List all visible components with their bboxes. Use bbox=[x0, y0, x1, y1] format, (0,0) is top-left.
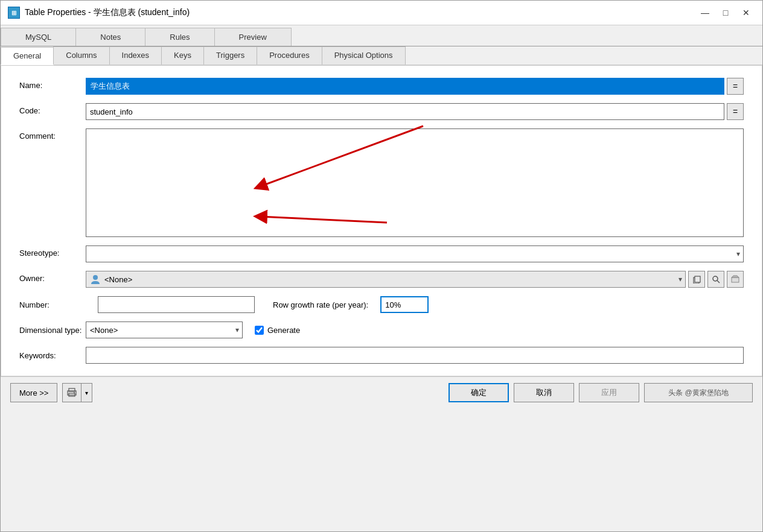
title-bar: ⊞ Table Properties - 学生信息表 (student_info… bbox=[1, 1, 762, 25]
print-button[interactable] bbox=[62, 383, 81, 402]
code-eq-button[interactable]: = bbox=[727, 103, 744, 120]
generate-checkbox[interactable] bbox=[255, 326, 264, 335]
stereotype-select-wrap: ▾ bbox=[86, 245, 744, 262]
print-button-group: ▾ bbox=[62, 383, 92, 402]
keywords-row: Keywords: bbox=[19, 347, 744, 364]
content-wrapper: Name: = Code: = Comment: bbox=[1, 66, 762, 376]
generate-label: Generate bbox=[267, 326, 300, 335]
comment-control bbox=[86, 128, 744, 237]
svg-point-3 bbox=[713, 276, 718, 281]
window-title: Table Properties - 学生信息表 (student_info) bbox=[25, 7, 190, 18]
title-controls: — □ ✕ bbox=[696, 5, 755, 20]
bottom-tab-row: General Columns Indexes Keys Triggers Pr… bbox=[1, 46, 762, 66]
keywords-input[interactable] bbox=[86, 347, 744, 364]
tab-columns[interactable]: Columns bbox=[53, 46, 109, 65]
code-row: Code: = bbox=[19, 103, 744, 120]
svg-rect-5 bbox=[732, 277, 739, 282]
name-input[interactable] bbox=[86, 78, 724, 95]
stereotype-row: Stereotype: ▾ bbox=[19, 245, 744, 262]
title-bar-left: ⊞ Table Properties - 学生信息表 (student_info… bbox=[8, 7, 190, 19]
bottom-bar: More >> ▾ 确定 取消 应用 头条 @黄家堡陷地 bbox=[1, 376, 762, 408]
name-eq-button[interactable]: = bbox=[727, 78, 744, 95]
copy-icon bbox=[692, 275, 701, 283]
owner-search-button[interactable] bbox=[707, 271, 724, 288]
svg-rect-2 bbox=[695, 276, 700, 282]
minimize-button[interactable]: — bbox=[696, 5, 714, 20]
clear-icon bbox=[731, 275, 739, 283]
svg-marker-6 bbox=[732, 276, 739, 277]
user-icon bbox=[90, 274, 101, 285]
comment-label: Comment: bbox=[19, 128, 86, 141]
cancel-button[interactable]: 取消 bbox=[514, 383, 574, 402]
print-icon bbox=[67, 388, 77, 397]
tab-procedures[interactable]: Procedures bbox=[257, 46, 322, 65]
comment-textarea[interactable] bbox=[86, 128, 744, 237]
tab-notes[interactable]: Notes bbox=[75, 28, 145, 46]
owner-label: Owner: bbox=[19, 271, 86, 283]
print-dropdown-button[interactable]: ▾ bbox=[81, 383, 92, 402]
tab-preview[interactable]: Preview bbox=[214, 28, 292, 46]
tab-indexes[interactable]: Indexes bbox=[109, 46, 162, 65]
name-row: Name: = bbox=[19, 78, 744, 95]
main-window: ⊞ Table Properties - 学生信息表 (student_info… bbox=[0, 0, 763, 532]
number-input[interactable] bbox=[98, 296, 255, 313]
owner-dropdown[interactable]: <None> bbox=[86, 271, 686, 288]
generate-wrap: Generate bbox=[255, 326, 300, 335]
row-growth-input[interactable] bbox=[380, 296, 429, 313]
owner-select-wrap: <None> ▾ bbox=[86, 271, 686, 288]
search-icon bbox=[712, 275, 720, 283]
name-control: = bbox=[86, 78, 744, 95]
stereotype-label: Stereotype: bbox=[19, 245, 86, 258]
owner-control: <None> ▾ bbox=[86, 271, 744, 288]
tab-keys[interactable]: Keys bbox=[161, 46, 204, 65]
owner-row: Owner: <None> ▾ bbox=[19, 271, 744, 288]
apply-button[interactable]: 应用 bbox=[579, 383, 639, 402]
more-button[interactable]: More >> bbox=[10, 383, 57, 402]
tab-triggers[interactable]: Triggers bbox=[203, 46, 257, 65]
keywords-label: Keywords: bbox=[19, 351, 86, 360]
dim-type-label: Dimensional type: bbox=[19, 326, 86, 335]
tab-physical-options[interactable]: Physical Options bbox=[322, 46, 406, 65]
code-label: Code: bbox=[19, 103, 86, 115]
number-label: Number: bbox=[19, 300, 86, 309]
stereotype-select[interactable] bbox=[86, 245, 744, 262]
watermark: 头条 @黄家堡陷地 bbox=[644, 383, 753, 402]
tab-rules[interactable]: Rules bbox=[145, 28, 214, 46]
tab-general[interactable]: General bbox=[1, 47, 54, 65]
comment-row: Comment: bbox=[19, 128, 744, 237]
code-input[interactable] bbox=[86, 103, 724, 120]
svg-line-4 bbox=[717, 280, 720, 283]
name-label: Name: bbox=[19, 78, 86, 90]
window-icon: ⊞ bbox=[8, 7, 20, 19]
dim-type-row: Dimensional type: <None> ▾ Generate bbox=[19, 321, 744, 338]
top-tab-row: MySQL Notes Rules Preview bbox=[1, 25, 762, 46]
dim-type-select-wrap: <None> ▾ bbox=[86, 321, 243, 338]
close-button[interactable]: ✕ bbox=[737, 5, 755, 20]
ok-button[interactable]: 确定 bbox=[449, 383, 509, 402]
owner-clear-button[interactable] bbox=[727, 271, 744, 288]
row-growth-label: Row growth rate (per year): bbox=[273, 300, 368, 309]
svg-point-13 bbox=[74, 392, 75, 393]
main-content: Name: = Code: = Comment: bbox=[1, 66, 762, 376]
dim-type-select[interactable]: <None> bbox=[86, 321, 243, 338]
tab-mysql[interactable]: MySQL bbox=[1, 28, 76, 46]
number-row: Number: Row growth rate (per year): bbox=[19, 296, 744, 313]
code-control: = bbox=[86, 103, 744, 120]
maximize-button[interactable]: □ bbox=[717, 5, 735, 20]
owner-copy-button[interactable] bbox=[688, 271, 705, 288]
svg-point-0 bbox=[93, 275, 98, 280]
stereotype-control: ▾ bbox=[86, 245, 744, 262]
